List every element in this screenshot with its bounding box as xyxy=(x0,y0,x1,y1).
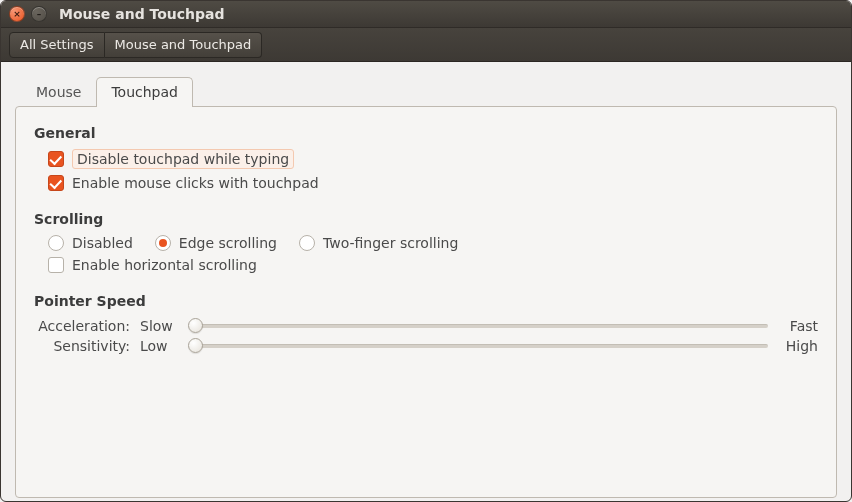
label-scrolling-twofinger[interactable]: Two-finger scrolling xyxy=(323,235,458,251)
breadcrumb: All Settings Mouse and Touchpad xyxy=(1,28,851,62)
radio-scrolling-twofinger[interactable] xyxy=(299,235,315,251)
label-acceleration-low: Slow xyxy=(140,318,178,334)
checkbox-horizontal-scrolling[interactable] xyxy=(48,257,64,273)
section-pointer-title: Pointer Speed xyxy=(34,293,818,309)
label-sensitivity-high: High xyxy=(780,338,818,354)
section-general-title: General xyxy=(34,125,818,141)
close-icon[interactable]: × xyxy=(9,6,25,22)
label-acceleration-high: Fast xyxy=(780,318,818,334)
breadcrumb-all-settings[interactable]: All Settings xyxy=(9,32,105,58)
breadcrumb-current[interactable]: Mouse and Touchpad xyxy=(105,32,263,58)
content-area: Mouse Touchpad General Disable touchpad … xyxy=(1,62,851,502)
minimize-icon[interactable]: – xyxy=(31,6,47,22)
label-sensitivity: Sensitivity: xyxy=(38,338,130,354)
titlebar: × – Mouse and Touchpad xyxy=(1,1,851,28)
slider-sensitivity[interactable] xyxy=(188,337,770,355)
window-title: Mouse and Touchpad xyxy=(59,6,225,22)
tab-panel-touchpad: General Disable touchpad while typing En… xyxy=(15,106,837,498)
checkbox-enable-clicks[interactable] xyxy=(48,175,64,191)
radio-scrolling-disabled[interactable] xyxy=(48,235,64,251)
tab-touchpad[interactable]: Touchpad xyxy=(96,77,193,107)
label-scrolling-edge[interactable]: Edge scrolling xyxy=(179,235,277,251)
label-horizontal-scrolling[interactable]: Enable horizontal scrolling xyxy=(72,257,257,273)
label-enable-clicks[interactable]: Enable mouse clicks with touchpad xyxy=(72,175,319,191)
label-scrolling-disabled[interactable]: Disabled xyxy=(72,235,133,251)
tab-mouse[interactable]: Mouse xyxy=(21,77,96,107)
checkbox-disable-while-typing[interactable] xyxy=(48,151,64,167)
label-sensitivity-low: Low xyxy=(140,338,178,354)
radio-scrolling-edge[interactable] xyxy=(155,235,171,251)
section-scrolling-title: Scrolling xyxy=(34,211,818,227)
label-acceleration: Acceleration: xyxy=(38,318,130,334)
slider-acceleration[interactable] xyxy=(188,317,770,335)
label-disable-while-typing[interactable]: Disable touchpad while typing xyxy=(72,149,294,169)
tab-row: Mouse Touchpad xyxy=(21,76,837,106)
